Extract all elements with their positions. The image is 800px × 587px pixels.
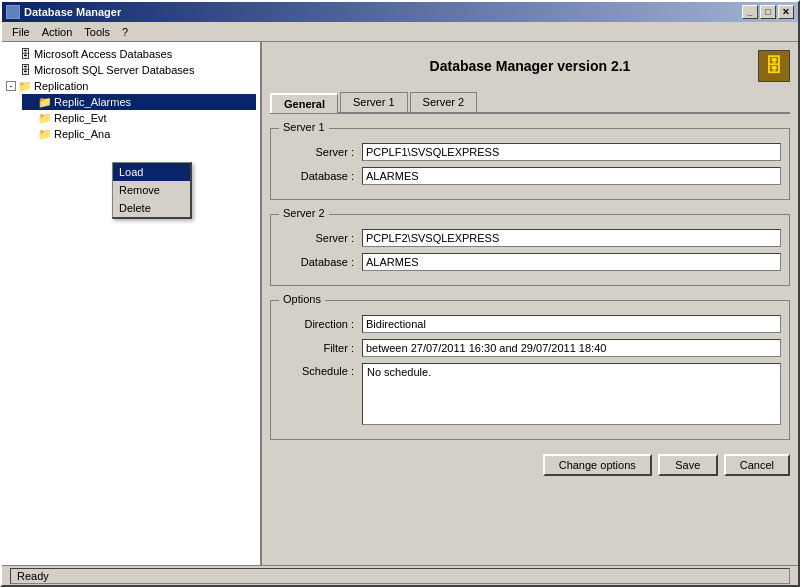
- app-title-bar: Database Manager version 2.1 🗄: [270, 50, 790, 82]
- server2-server-input[interactable]: [362, 229, 781, 247]
- menu-action[interactable]: Action: [36, 24, 79, 40]
- tree-label-replic-ana: Replic_Ana: [54, 128, 110, 140]
- server2-database-row: Database :: [279, 253, 781, 271]
- server1-database-label: Database :: [279, 170, 354, 182]
- replication-folder-icon: 📁: [18, 79, 32, 93]
- tab-server2[interactable]: Server 2: [410, 92, 478, 112]
- replic-evt-icon: 📁: [38, 111, 52, 125]
- app-icon: [6, 5, 20, 19]
- replic-ana-icon: 📁: [38, 127, 52, 141]
- context-menu-load[interactable]: Load: [113, 163, 190, 181]
- context-menu: Load Remove Delete: [112, 162, 192, 219]
- server1-server-label: Server :: [279, 146, 354, 158]
- right-panel: Database Manager version 2.1 🗄 General S…: [262, 42, 798, 565]
- menu-bar: File Action Tools ?: [2, 22, 798, 42]
- status-text: Ready: [10, 568, 790, 584]
- tree-label-replication: Replication: [34, 80, 88, 92]
- status-bar: Ready: [2, 565, 798, 585]
- tree-item-access[interactable]: 🗄 Microsoft Access Databases: [6, 46, 256, 62]
- server1-group: Server 1 Server : Database :: [270, 128, 790, 200]
- tree-label-access: Microsoft Access Databases: [34, 48, 172, 60]
- options-filter-row: Filter :: [279, 339, 781, 357]
- tree-label-sqlserver: Microsoft SQL Server Databases: [34, 64, 194, 76]
- title-bar: Database Manager _ □ ✕: [2, 2, 798, 22]
- options-direction-label: Direction :: [279, 318, 354, 330]
- title-bar-buttons: _ □ ✕: [742, 5, 794, 19]
- maximize-button[interactable]: □: [760, 5, 776, 19]
- options-filter-input[interactable]: [362, 339, 781, 357]
- server1-server-row: Server :: [279, 143, 781, 161]
- server2-server-label: Server :: [279, 232, 354, 244]
- tab-server1[interactable]: Server 1: [340, 92, 408, 112]
- app-title-text: Database Manager version 2.1: [302, 58, 758, 74]
- tree-label-replic-alarmes: Replic_Alarmes: [54, 96, 131, 108]
- server1-legend: Server 1: [279, 121, 329, 133]
- close-button[interactable]: ✕: [778, 5, 794, 19]
- replic-alarmes-icon: 📁: [38, 95, 52, 109]
- options-schedule-textarea[interactable]: [362, 363, 781, 425]
- save-button[interactable]: Save: [658, 454, 718, 476]
- access-db-icon: 🗄: [18, 47, 32, 61]
- tree-item-replic-alarmes[interactable]: 📁 Replic_Alarmes: [22, 94, 256, 110]
- options-schedule-label: Schedule :: [279, 365, 354, 377]
- button-bar: Change options Save Cancel: [270, 454, 790, 476]
- change-options-button[interactable]: Change options: [543, 454, 652, 476]
- tree-item-replication[interactable]: - 📁 Replication: [6, 78, 256, 94]
- options-schedule-row: Schedule :: [279, 363, 781, 425]
- server2-group: Server 2 Server : Database :: [270, 214, 790, 286]
- left-panel: 🗄 Microsoft Access Databases 🗄 Microsoft…: [2, 42, 262, 565]
- server2-database-label: Database :: [279, 256, 354, 268]
- options-direction-row: Direction :: [279, 315, 781, 333]
- title-bar-text: Database Manager: [24, 6, 121, 18]
- options-direction-input[interactable]: [362, 315, 781, 333]
- main-window: Database Manager _ □ ✕ File Action Tools…: [0, 0, 800, 587]
- options-group: Options Direction : Filter : Schedule :: [270, 300, 790, 440]
- tab-general[interactable]: General: [270, 93, 338, 113]
- tab-bar: General Server 1 Server 2: [270, 92, 790, 114]
- tree-label-replic-evt: Replic_Evt: [54, 112, 107, 124]
- tree-item-replic-ana[interactable]: 📁 Replic_Ana: [22, 126, 256, 142]
- tree-item-sqlserver[interactable]: 🗄 Microsoft SQL Server Databases: [6, 62, 256, 78]
- context-menu-remove[interactable]: Remove: [113, 181, 190, 199]
- options-legend: Options: [279, 293, 325, 305]
- server1-database-row: Database :: [279, 167, 781, 185]
- options-filter-label: Filter :: [279, 342, 354, 354]
- minimize-button[interactable]: _: [742, 5, 758, 19]
- app-header-icon: 🗄: [758, 50, 790, 82]
- server1-database-input[interactable]: [362, 167, 781, 185]
- menu-tools[interactable]: Tools: [78, 24, 116, 40]
- server2-server-row: Server :: [279, 229, 781, 247]
- sqlserver-db-icon: 🗄: [18, 63, 32, 77]
- tree-item-replic-evt[interactable]: 📁 Replic_Evt: [22, 110, 256, 126]
- menu-file[interactable]: File: [6, 24, 36, 40]
- replication-expand-btn[interactable]: -: [6, 81, 16, 91]
- title-bar-left: Database Manager: [6, 5, 121, 19]
- menu-help[interactable]: ?: [116, 24, 134, 40]
- server2-database-input[interactable]: [362, 253, 781, 271]
- context-menu-delete[interactable]: Delete: [113, 199, 190, 217]
- cancel-button[interactable]: Cancel: [724, 454, 790, 476]
- server1-server-input[interactable]: [362, 143, 781, 161]
- main-content: 🗄 Microsoft Access Databases 🗄 Microsoft…: [2, 42, 798, 565]
- server2-legend: Server 2: [279, 207, 329, 219]
